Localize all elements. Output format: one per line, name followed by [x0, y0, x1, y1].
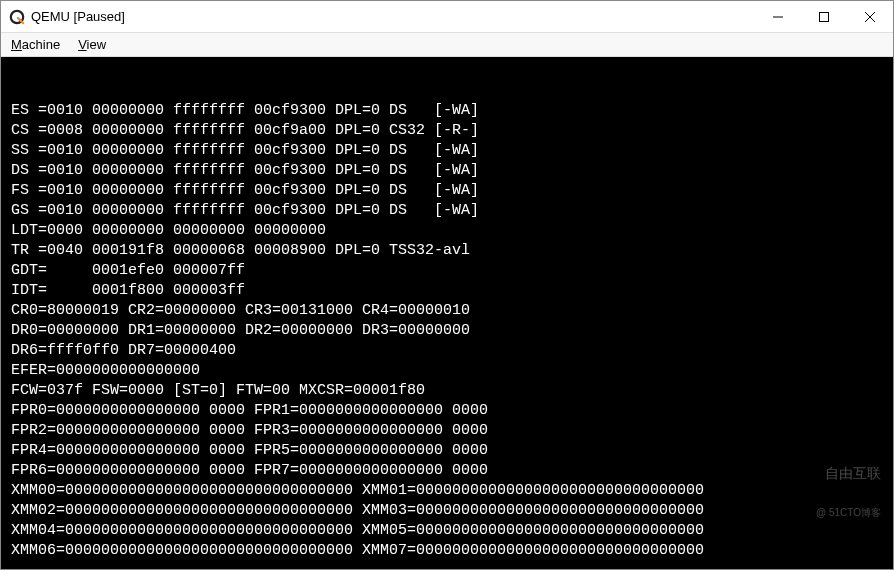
terminal-line: XMM04=00000000000000000000000000000000 X… [11, 521, 889, 541]
window-title: QEMU [Paused] [31, 9, 125, 24]
menubar: Machine View [1, 33, 893, 57]
terminal-line: ES =0010 00000000 ffffffff 00cf9300 DPL=… [11, 101, 889, 121]
terminal-line: CR0=80000019 CR2=00000000 CR3=00131000 C… [11, 301, 889, 321]
maximize-button[interactable] [801, 1, 847, 33]
terminal-line: FPR2=0000000000000000 0000 FPR3=00000000… [11, 421, 889, 441]
terminal-line: FPR4=0000000000000000 0000 FPR5=00000000… [11, 441, 889, 461]
terminal-line: IDT= 0001f800 000003ff [11, 281, 889, 301]
terminal-line: GS =0010 00000000 ffffffff 00cf9300 DPL=… [11, 201, 889, 221]
qemu-window: QEMU [Paused] Machine View ES =0010 0000… [0, 0, 894, 570]
menu-view[interactable]: View [74, 35, 110, 54]
close-button[interactable] [847, 1, 893, 33]
terminal-line: FCW=037f FSW=0000 [ST=0] FTW=00 MXCSR=00… [11, 381, 889, 401]
qemu-app-icon [9, 9, 25, 25]
terminal-line: XMM06=00000000000000000000000000000000 X… [11, 541, 889, 561]
terminal-line: SS =0010 00000000 ffffffff 00cf9300 DPL=… [11, 141, 889, 161]
terminal-line: DS =0010 00000000 ffffffff 00cf9300 DPL=… [11, 161, 889, 181]
terminal-line: EFER=0000000000000000 [11, 361, 889, 381]
minimize-button[interactable] [755, 1, 801, 33]
terminal-line: DR0=00000000 DR1=00000000 DR2=00000000 D… [11, 321, 889, 341]
terminal-line: FPR6=0000000000000000 0000 FPR7=00000000… [11, 461, 889, 481]
terminal-line: XMM02=00000000000000000000000000000000 X… [11, 501, 889, 521]
terminal-line: DR6=ffff0ff0 DR7=00000400 [11, 341, 889, 361]
terminal-line: XMM00=00000000000000000000000000000000 X… [11, 481, 889, 501]
terminal-line: TR =0040 000191f8 00000068 00008900 DPL=… [11, 241, 889, 261]
svg-rect-1 [820, 12, 829, 21]
qemu-monitor-terminal[interactable]: ES =0010 00000000 ffffffff 00cf9300 DPL=… [1, 57, 893, 569]
menu-machine[interactable]: Machine [7, 35, 64, 54]
titlebar: QEMU [Paused] [1, 1, 893, 33]
terminal-output: ES =0010 00000000 ffffffff 00cf9300 DPL=… [11, 101, 889, 561]
terminal-line: CS =0008 00000000 ffffffff 00cf9a00 DPL=… [11, 121, 889, 141]
terminal-line: FPR0=0000000000000000 0000 FPR1=00000000… [11, 401, 889, 421]
terminal-line: GDT= 0001efe0 000007ff [11, 261, 889, 281]
terminal-line: LDT=0000 00000000 00000000 00000000 [11, 221, 889, 241]
terminal-line: FS =0010 00000000 ffffffff 00cf9300 DPL=… [11, 181, 889, 201]
